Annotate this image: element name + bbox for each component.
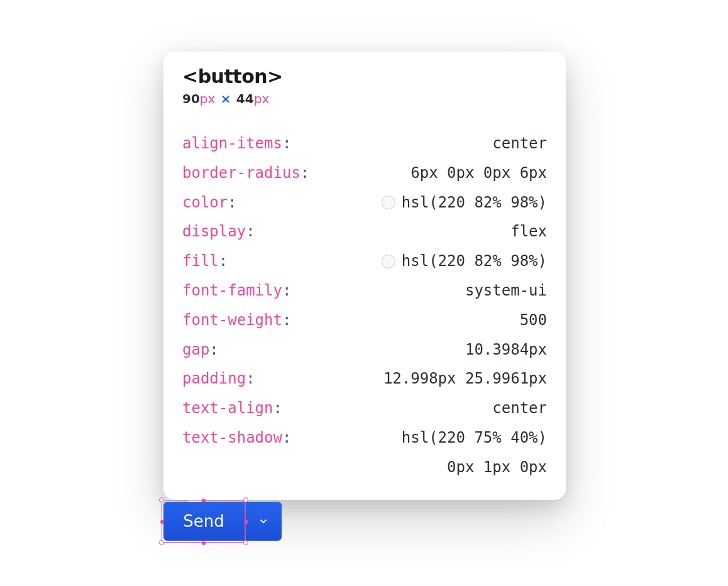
- css-property-colon: :: [273, 399, 282, 417]
- chevron-down-icon: [258, 516, 269, 527]
- css-property-value-text: hsl(220 82% 98%): [402, 246, 547, 276]
- element-dimensions: 90px × 44px: [182, 91, 547, 106]
- css-property-name: font-weight: [182, 311, 282, 329]
- css-property-value: hsl(220 82% 98%): [382, 188, 547, 218]
- css-property-value: flex: [510, 217, 547, 246]
- color-swatch: [382, 255, 395, 268]
- dimension-width-unit: px: [200, 91, 216, 106]
- css-property-row: text-shadow:hsl(220 75% 40%)0px 1px 0px: [182, 423, 547, 482]
- css-property-value-text: 500: [520, 306, 547, 335]
- css-property-name-wrap: align-items:: [182, 129, 291, 158]
- css-property-row: border-radius:6px 0px 0px 6px: [182, 158, 547, 188]
- dimension-height-unit: px: [254, 91, 270, 106]
- css-inspector-tooltip: <button> 90px × 44px align-items:centerb…: [163, 52, 566, 500]
- css-property-name: gap: [182, 341, 209, 358]
- css-property-row: font-weight:500: [182, 306, 547, 335]
- css-property-name-wrap: font-family:: [182, 276, 291, 306]
- css-property-value-text: 10.3984px: [465, 335, 547, 365]
- css-property-name-wrap: font-weight:: [182, 306, 291, 335]
- css-property-name: display: [182, 223, 246, 240]
- css-property-value-line: 0px 1px 0px: [447, 453, 547, 482]
- css-property-value-text: 6px 0px 0px 6px: [411, 158, 547, 188]
- css-property-name-wrap: text-align:: [182, 394, 282, 423]
- css-property-colon: :: [282, 135, 291, 152]
- send-button[interactable]: Send: [163, 502, 244, 541]
- color-swatch: [382, 196, 395, 209]
- dimension-width: 90: [182, 91, 200, 106]
- dimension-separator: ×: [219, 91, 233, 106]
- css-property-value: 500: [520, 306, 547, 335]
- css-property-colon: :: [246, 370, 255, 387]
- dimension-height: 44: [236, 91, 254, 106]
- resize-midpoint-bottom[interactable]: [202, 541, 206, 545]
- css-property-value: hsl(220 75% 40%)0px 1px 0px: [402, 423, 547, 482]
- inspected-element-tag: <button>: [182, 65, 547, 87]
- css-property-row: align-items:center: [182, 129, 547, 158]
- css-property-value-text: center: [492, 394, 547, 423]
- resize-handle-br[interactable]: [243, 540, 248, 545]
- css-property-name-wrap: text-shadow:: [182, 423, 291, 453]
- css-property-value-text: center: [492, 129, 547, 158]
- css-property-name: fill: [182, 252, 219, 270]
- css-property-colon: :: [219, 252, 228, 270]
- css-property-name: color: [182, 194, 228, 211]
- css-property-row: fill:hsl(220 82% 98%): [182, 246, 547, 276]
- css-properties-list: align-items:centerborder-radius:6px 0px …: [182, 129, 547, 482]
- css-property-colon: :: [228, 194, 236, 211]
- css-property-colon: :: [301, 164, 309, 182]
- css-property-name-wrap: fill:: [182, 246, 228, 276]
- css-property-colon: :: [209, 341, 218, 358]
- css-property-value: center: [492, 394, 547, 423]
- css-property-value: center: [492, 129, 547, 158]
- css-property-name-wrap: border-radius:: [182, 158, 309, 188]
- css-property-colon: :: [246, 223, 255, 240]
- css-property-row: padding:12.998px 25.9961px: [182, 364, 547, 394]
- css-property-name: align-items: [182, 135, 282, 152]
- css-property-colon: :: [282, 311, 291, 329]
- css-property-value: system-ui: [465, 276, 547, 306]
- send-button-label: Send: [183, 512, 224, 531]
- css-property-name-wrap: display:: [182, 217, 255, 246]
- css-property-value-text: 12.998px 25.9961px: [383, 364, 547, 394]
- css-property-value: 6px 0px 0px 6px: [411, 158, 547, 188]
- css-property-value-text: hsl(220 82% 98%): [402, 188, 547, 218]
- css-property-row: font-family:system-ui: [182, 276, 547, 306]
- send-dropdown-button[interactable]: [244, 502, 282, 541]
- css-property-value: 12.998px 25.9961px: [383, 364, 547, 394]
- css-property-name-wrap: gap:: [182, 335, 219, 365]
- css-property-row: gap:10.3984px: [182, 335, 547, 365]
- css-property-value-line: hsl(220 75% 40%): [402, 423, 547, 453]
- resize-handle-bl[interactable]: [159, 540, 164, 545]
- css-property-name: text-shadow: [182, 429, 282, 446]
- css-property-name: text-align: [182, 399, 273, 417]
- css-property-row: text-align:center: [182, 394, 547, 423]
- css-property-row: display:flex: [182, 217, 547, 246]
- css-property-value: 10.3984px: [465, 335, 547, 365]
- css-property-row: color:hsl(220 82% 98%): [182, 188, 547, 218]
- css-property-name: padding: [182, 370, 246, 387]
- css-property-value-text: system-ui: [465, 276, 547, 306]
- css-property-value-text: flex: [510, 217, 547, 246]
- css-property-name-wrap: color:: [182, 188, 237, 218]
- css-property-value: hsl(220 82% 98%): [382, 246, 547, 276]
- css-property-colon: :: [282, 282, 291, 299]
- css-property-colon: :: [282, 429, 291, 446]
- send-button-group: Send: [163, 502, 282, 541]
- css-property-name-wrap: padding:: [182, 364, 255, 394]
- css-property-name: border-radius: [182, 164, 301, 182]
- css-property-name: font-family: [182, 282, 282, 299]
